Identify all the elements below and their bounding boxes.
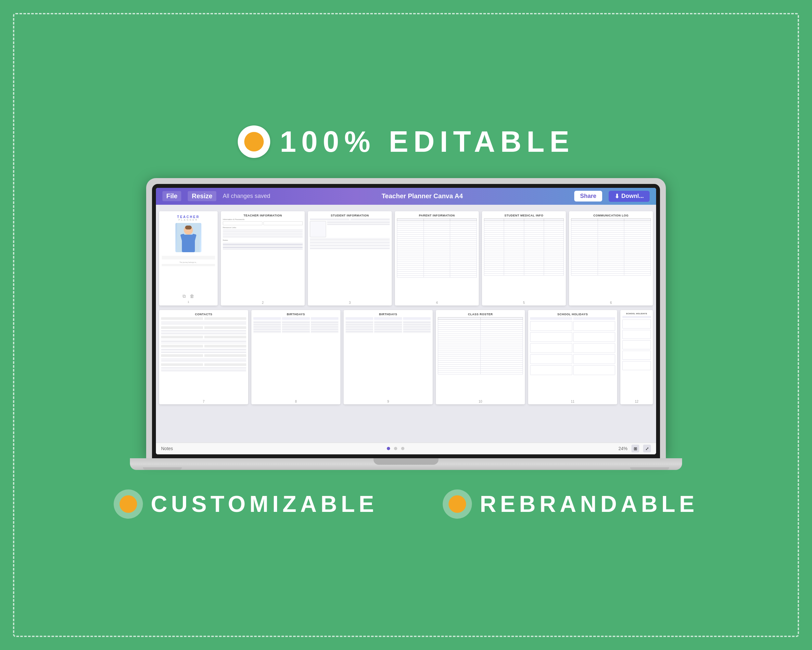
page-communication-log[interactable]: COMMUNICATION LOG bbox=[569, 211, 653, 306]
page-class-roster[interactable]: CLASS ROSTER bbox=[436, 310, 525, 404]
notes-label: Notes bbox=[161, 446, 173, 451]
page-number: 10 bbox=[436, 400, 525, 403]
share-button[interactable]: Share bbox=[574, 191, 602, 202]
info-fields bbox=[223, 221, 303, 225]
laptop-base bbox=[130, 458, 682, 470]
page-title: TEACHER INFORMATION bbox=[223, 214, 303, 217]
page-teacher-info[interactable]: TEACHER INFORMATION Information & Passwo… bbox=[221, 211, 305, 306]
resize-button[interactable]: Resize bbox=[188, 191, 216, 201]
laptop-screen: File Resize All changes saved Teacher Pl… bbox=[156, 188, 656, 454]
line bbox=[327, 224, 390, 225]
page-number: 3 bbox=[308, 301, 392, 304]
roster-table bbox=[438, 317, 523, 375]
page-number: 8 bbox=[251, 400, 340, 403]
page-number: 5 bbox=[482, 301, 566, 304]
customizable-inner bbox=[119, 495, 137, 513]
medical-table bbox=[484, 219, 564, 275]
rebrandable-text: REBRANDABLE bbox=[480, 491, 698, 517]
page-number: 4 bbox=[395, 301, 479, 304]
line bbox=[310, 245, 390, 246]
page-content: STUDENT MEDICAL INFO bbox=[482, 211, 566, 306]
line bbox=[310, 248, 390, 249]
page-medical-info[interactable]: STUDENT MEDICAL INFO bbox=[482, 211, 566, 306]
line bbox=[161, 330, 246, 331]
birthday-columns bbox=[253, 317, 339, 402]
page-contacts[interactable]: CONTACTS bbox=[159, 310, 248, 404]
rebrandable-circle bbox=[443, 489, 472, 519]
resource-section: Resource Links bbox=[223, 226, 303, 228]
top-badge-inner bbox=[244, 132, 264, 151]
page-content: SCHOOL HOLIDAYS bbox=[620, 310, 653, 404]
laptop-screen-outer: File Resize All changes saved Teacher Pl… bbox=[146, 178, 666, 458]
customizable-badge: CUSTOMIZABLE bbox=[114, 489, 378, 519]
line bbox=[161, 323, 246, 323]
line bbox=[223, 245, 303, 245]
line bbox=[161, 358, 246, 359]
page-number: 2 bbox=[221, 301, 305, 304]
line bbox=[161, 369, 246, 370]
page-birthdays-8[interactable]: BIRTHDAYS bbox=[251, 310, 340, 404]
page-student-info[interactable]: STUDENT INFORMATION bbox=[308, 211, 392, 306]
fullscreen-icon[interactable]: ⤢ bbox=[643, 445, 651, 453]
line bbox=[161, 361, 246, 362]
line bbox=[327, 221, 390, 222]
file-button[interactable]: File bbox=[162, 191, 181, 201]
svg-rect-6 bbox=[185, 226, 192, 229]
th bbox=[397, 219, 424, 221]
line bbox=[161, 352, 246, 353]
page-title: STUDENT INFORMATION bbox=[310, 214, 390, 217]
page-content: COMMUNICATION LOG bbox=[569, 211, 653, 306]
holiday-columns-2 bbox=[622, 316, 651, 402]
page-title: BIRTHDAYS bbox=[253, 313, 339, 316]
line bbox=[223, 232, 303, 233]
page-parent-info[interactable]: PARENT INFORMATION bbox=[395, 211, 479, 306]
page-number: 11 bbox=[528, 400, 617, 403]
page-content: BIRTHDAYS bbox=[343, 310, 433, 404]
customizable-circle bbox=[114, 489, 143, 519]
page-title: SCHOOL HOLIDAYS bbox=[622, 313, 651, 315]
download-button[interactable]: ⬇ Downl... bbox=[609, 191, 650, 202]
line bbox=[161, 360, 246, 361]
comm-table bbox=[571, 219, 651, 275]
line bbox=[161, 351, 246, 351]
cover-photo bbox=[176, 223, 201, 252]
bottom-badges: CUSTOMIZABLE REBRANDABLE bbox=[114, 489, 698, 519]
line bbox=[161, 333, 246, 334]
line bbox=[223, 234, 303, 234]
page-holidays-11[interactable]: SCHOOL HOLIDAYS bbox=[528, 310, 617, 404]
line bbox=[161, 367, 246, 368]
cover-page[interactable]: TEACHER PLANNER bbox=[159, 211, 218, 306]
page-content: STUDENT INFORMATION bbox=[308, 211, 392, 306]
page-content: PARENT INFORMATION bbox=[395, 211, 479, 306]
line bbox=[223, 235, 303, 236]
line bbox=[327, 223, 390, 224]
canvas-bottom-bar: Notes 24% ⊞ ⤢ bbox=[156, 443, 656, 454]
download-icon: ⬇ bbox=[615, 193, 620, 200]
toolbar-title: Teacher Planner Canva A4 bbox=[382, 193, 463, 200]
top-badge-circle bbox=[238, 125, 270, 158]
line bbox=[223, 243, 303, 244]
line bbox=[161, 332, 246, 333]
line bbox=[161, 324, 246, 325]
top-badge: 100% EDITABLE bbox=[238, 125, 575, 159]
page-title: CONTACTS bbox=[161, 313, 246, 316]
pages-row-2: CONTACTS bbox=[159, 310, 653, 404]
teacher-silhouette bbox=[177, 223, 200, 252]
laptop-notch bbox=[374, 458, 438, 465]
cover-icons: ⧉ 🗑 bbox=[183, 294, 194, 299]
page-birthdays-9[interactable]: BIRTHDAYS bbox=[343, 310, 433, 404]
page-title: CLASS ROSTER bbox=[438, 313, 523, 316]
laptop-foot-right bbox=[630, 467, 669, 470]
grid-view-icon[interactable]: ⊞ bbox=[632, 445, 639, 453]
cover-line bbox=[162, 264, 215, 265]
parent-table bbox=[397, 219, 477, 278]
page-lines: Notes bbox=[223, 229, 303, 303]
page-content: BIRTHDAYS bbox=[251, 310, 340, 404]
page-content: CLASS ROSTER bbox=[436, 310, 525, 404]
th bbox=[450, 219, 477, 221]
page-holidays-12[interactable]: SCHOOL HOLIDAYS bbox=[620, 310, 653, 404]
page-title: SCHOOL HOLIDAYS bbox=[530, 313, 615, 316]
main-container: 100% EDITABLE File Resize All changes sa… bbox=[0, 0, 812, 650]
holiday-columns bbox=[530, 317, 615, 402]
th bbox=[424, 219, 450, 221]
